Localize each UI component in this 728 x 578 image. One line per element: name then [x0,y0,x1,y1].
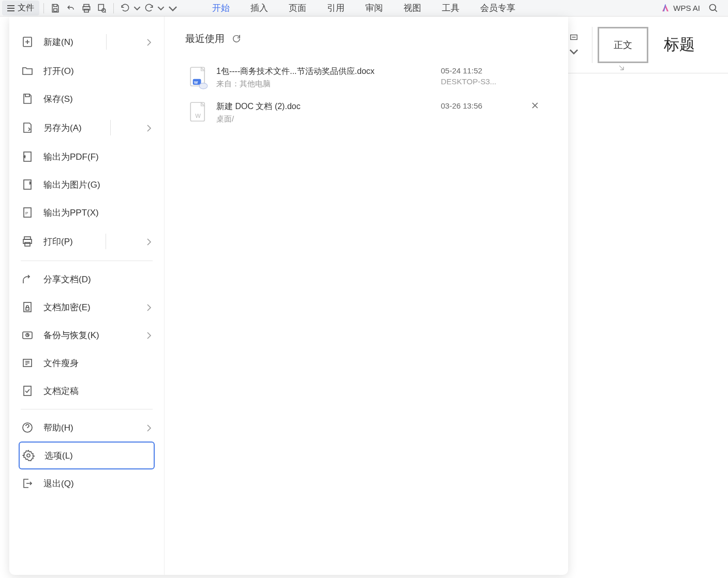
menu-item-options[interactable]: 选项(L) [19,442,155,469]
wps-ai-button[interactable]: WPS AI [661,4,700,13]
menu-item-open[interactable]: 打开(O) [9,57,164,85]
menu-item-compress[interactable]: 文件瘦身 [9,349,164,377]
file-device: DESKTOP-S3... [441,77,518,86]
print-icon[interactable] [79,1,94,16]
print-preview-icon[interactable] [95,1,109,16]
menu-label: 文档定稿 [43,385,79,397]
file-menu-label: 文件 [18,3,34,13]
menu-item-exit[interactable]: 退出(Q) [9,469,164,497]
close-icon [531,101,539,110]
export-pdf-icon [21,150,34,163]
svg-rect-18 [26,308,29,310]
top-toolbar: 文件 开始 插入 页面 引用 审阅 视图 工具 会员专享 [0,0,728,17]
file-meta: 03-26 13:56 [441,101,518,112]
chevron-right-icon [146,424,154,431]
menu-item-save-as[interactable]: 另存为(A) [9,113,164,143]
tab-review[interactable]: 审阅 [355,0,393,17]
menu-label: 输出为图片(G) [43,179,100,191]
svg-rect-22 [24,386,31,396]
svg-point-6 [710,4,716,10]
right-tools: WPS AI [661,1,726,16]
menu-item-help[interactable]: 帮助(H) [9,414,164,442]
search-icon[interactable] [706,1,721,16]
help-icon [21,421,34,434]
file-meta: 05-24 11:52 DESKTOP-S3... [441,66,518,86]
grid-dropdown[interactable] [569,47,575,57]
new-file-icon [21,35,34,49]
hamburger-icon [7,5,14,11]
save-as-icon [21,121,34,134]
svg-point-28 [199,83,207,89]
tab-page[interactable]: 页面 [278,0,317,17]
menu-label: 输出为PDF(F) [43,151,99,163]
doc-icon: W [189,101,208,124]
tab-start[interactable]: 开始 [202,0,240,17]
recent-file-row[interactable]: W 新建 DOC 文档 (2).doc 桌面/ 03-26 13:56 [185,95,547,130]
ribbon-styles-section: 正文 标题 [548,17,728,73]
menu-divider [21,409,153,409]
tab-reference[interactable]: 引用 [317,0,355,17]
refresh-icon[interactable] [232,34,241,43]
file-menu-panel: 新建(N) 打开(O) 保存(S) 另存为(A) 输出为PDF(F) [9,17,568,575]
recent-title: 最近使用 [185,32,225,45]
exit-icon [21,477,34,490]
remove-recent-button[interactable] [527,101,543,110]
tab-tools[interactable]: 工具 [432,0,470,17]
undo-history-icon[interactable] [64,1,78,16]
style-normal-button[interactable]: 正文 [598,27,648,63]
styles-expand-icon[interactable] [618,64,625,70]
menu-label: 输出为PPT(X) [43,207,99,219]
share-icon [21,272,34,286]
menu-label: 帮助(H) [43,422,73,434]
menu-label: 备份与恢复(K) [43,329,99,341]
menu-label: 退出(Q) [43,478,74,490]
menu-label: 保存(S) [43,93,73,105]
svg-text:W: W [194,80,198,85]
menu-item-save[interactable]: 保存(S) [9,85,164,113]
menu-item-new[interactable]: 新建(N) [9,27,164,57]
menu-item-print[interactable]: 打印(P) [9,226,164,256]
separator [106,234,106,249]
recent-file-row[interactable]: W 1包----商务技术文件...节活动奖品供应.docx 来自：其他电脑 05… [185,60,547,95]
menu-item-backup[interactable]: 备份与恢复(K) [9,321,164,349]
undo-icon[interactable] [118,1,132,16]
redo-dropdown[interactable] [157,1,165,16]
chevron-right-icon [146,303,154,311]
menu-item-share[interactable]: 分享文档(D) [9,265,164,293]
menu-item-export-ppt[interactable]: P 输出为PPT(X) [9,199,164,226]
file-source: 来自：其他电脑 [216,79,433,89]
menu-item-finalize[interactable]: 文档定稿 [9,377,164,405]
file-source: 桌面/ [216,114,433,124]
tab-member[interactable]: 会员专享 [470,0,526,17]
more-dropdown[interactable] [166,1,180,16]
wps-ai-label: WPS AI [673,4,700,12]
open-folder-icon [21,64,34,78]
file-menu-button[interactable]: 文件 [2,1,39,16]
menu-label: 另存为(A) [43,122,82,134]
redo-icon[interactable] [142,1,156,16]
style-heading-button[interactable]: 标题 [659,29,700,60]
menu-label: 新建(N) [43,36,73,48]
chevron-right-icon [146,331,154,339]
separator [113,3,114,13]
file-time: 03-26 13:56 [441,101,518,110]
content-header: 最近使用 [185,32,547,45]
finalize-icon [21,384,34,398]
menu-label: 选项(L) [44,450,73,462]
tab-insert[interactable]: 插入 [240,0,278,17]
menu-label: 分享文档(D) [43,273,91,285]
save-icon[interactable] [48,1,63,16]
svg-rect-4 [98,4,103,10]
undo-dropdown[interactable] [133,1,141,16]
chevron-right-icon [146,238,154,245]
menu-item-encrypt[interactable]: 文档加密(E) [9,293,164,321]
menu-label: 文档加密(E) [43,301,91,313]
wps-ai-icon [661,4,670,13]
menu-item-export-pdf[interactable]: 输出为PDF(F) [9,143,164,171]
menu-item-export-image[interactable]: 输出为图片(G) [9,171,164,199]
separator [110,120,111,135]
menu-label: 文件瘦身 [43,357,79,369]
tab-view[interactable]: 视图 [393,0,432,17]
text-width-icon[interactable] [569,33,580,43]
encrypt-icon [21,300,34,314]
